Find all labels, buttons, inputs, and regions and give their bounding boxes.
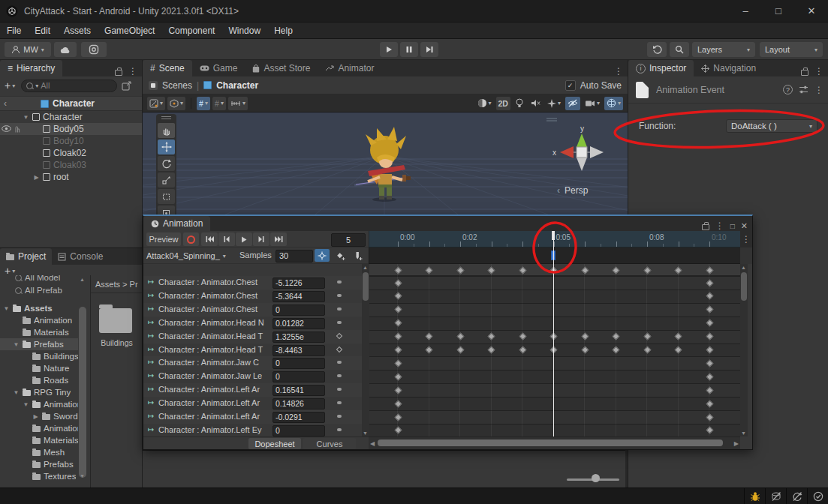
tree-open-icon[interactable]: ▼ xyxy=(23,114,29,121)
tree-open-icon[interactable]: ▼ xyxy=(13,341,20,348)
dopesheet[interactable] xyxy=(369,264,740,436)
dopesheet-row[interactable] xyxy=(369,303,740,316)
tab-inspector[interactable]: i Inspector xyxy=(628,60,694,76)
kebab-menu-icon[interactable]: ⋮ xyxy=(128,66,137,76)
step-button[interactable] xyxy=(420,42,438,57)
project-item-mesh[interactable]: Mesh xyxy=(0,446,78,458)
property-value-field[interactable]: 0 xyxy=(272,425,325,436)
menu-edit[interactable]: Edit xyxy=(28,26,57,36)
playhead-line[interactable] xyxy=(553,231,554,436)
debugger-status-button[interactable] xyxy=(744,488,765,504)
scroll-down-icon[interactable]: ▼ xyxy=(741,430,746,436)
menu-gameobject[interactable]: GameObject xyxy=(98,26,161,36)
pick-window-button[interactable] xyxy=(122,81,131,91)
timeline-h-scrollbar[interactable]: ◀ ▶ xyxy=(369,436,740,449)
layers-dropdown[interactable]: Layers ▾ xyxy=(692,42,755,57)
auto-refresh-status-button[interactable] xyxy=(786,488,807,504)
hierarchy-item-cloak02[interactable]: Cloak02 xyxy=(0,147,142,159)
tab-game[interactable]: Game xyxy=(192,60,245,76)
tab-navigation[interactable]: Navigation xyxy=(694,60,763,76)
function-dropdown[interactable]: DoAttack ( ) ▾ xyxy=(726,119,817,133)
project-item-textures[interactable]: Textures xyxy=(0,470,78,482)
kebab-menu-icon[interactable]: ⋮ xyxy=(715,220,724,231)
favorite-all-prefab[interactable]: All Prefab xyxy=(0,284,78,296)
tree-closed-icon[interactable]: ▶ xyxy=(33,174,40,181)
pause-button[interactable] xyxy=(400,42,418,57)
grid-visibility-button[interactable]: # ▾ xyxy=(197,97,210,110)
progress-status-button[interactable] xyxy=(807,488,828,504)
animated-property-row[interactable]: ↦Character : Animator.Chest0 xyxy=(143,303,362,316)
move-tool-button[interactable] xyxy=(158,140,175,154)
hierarchy-item-cloak03[interactable]: Cloak03 xyxy=(0,159,142,171)
first-key-button[interactable] xyxy=(201,232,218,246)
animated-property-row[interactable]: ↦Character : Animator.Left Ar-0.0291 xyxy=(143,410,362,424)
tree-open-icon[interactable]: ▼ xyxy=(23,401,29,408)
menu-file[interactable]: File xyxy=(0,26,28,36)
add-event-button[interactable] xyxy=(351,249,366,262)
project-item-rpg-tiny[interactable]: ▼RPG Tiny xyxy=(0,386,78,398)
dopesheet-mode-button[interactable]: Dopesheet xyxy=(248,438,301,449)
gizmos-dropdown[interactable]: ▾ xyxy=(604,97,623,110)
favorite-all-model[interactable]: All Model xyxy=(0,275,78,284)
tree-closed-icon[interactable]: ▶ xyxy=(32,413,39,420)
keyframe-toggle[interactable] xyxy=(337,415,342,418)
property-value-field[interactable]: 0.14826 xyxy=(272,398,325,410)
property-value-field[interactable]: -0.0291 xyxy=(272,412,325,423)
dopesheet-row[interactable] xyxy=(369,316,740,330)
scroll-up-icon[interactable]: ▲ xyxy=(363,265,368,270)
property-value-field[interactable]: 0 xyxy=(272,358,325,369)
current-frame-field[interactable]: 5 xyxy=(331,233,366,247)
menu-assets[interactable]: Assets xyxy=(57,26,98,36)
tab-scene[interactable]: # Scene xyxy=(143,60,192,76)
tab-console[interactable]: Console xyxy=(52,248,109,265)
property-value-field[interactable]: -5.1226 xyxy=(272,278,325,289)
keyframe-toggle[interactable] xyxy=(337,308,342,310)
filter-by-selection-button[interactable] xyxy=(315,249,330,262)
menu-component[interactable]: Component xyxy=(161,26,221,36)
shading-mode-dropdown[interactable]: ▾ xyxy=(475,97,494,110)
project-item-sword[interactable]: ▶Sword xyxy=(0,410,78,422)
menu-help[interactable]: Help xyxy=(267,26,300,36)
dopesheet-scrollbar[interactable]: ▲ ▼ xyxy=(740,264,748,436)
tab-animation[interactable]: Animation xyxy=(143,216,210,231)
hierarchy-item-character[interactable]: ▼Character xyxy=(0,111,142,123)
back-icon[interactable]: ‹ xyxy=(0,98,11,109)
camera-overlay-button[interactable]: ▾ xyxy=(583,97,602,110)
create-button[interactable]: + ▾ xyxy=(5,80,15,92)
increment-snap-button[interactable]: # ▾ xyxy=(212,97,226,110)
dopesheet-row[interactable] xyxy=(369,356,740,370)
rect-tool-button[interactable] xyxy=(158,189,175,204)
tab-project[interactable]: Project xyxy=(0,248,52,265)
close-button[interactable]: ✕ xyxy=(795,1,828,22)
hierarchy-item-body10[interactable]: Body10 xyxy=(0,135,142,147)
scale-tool-button[interactable] xyxy=(158,172,175,188)
kebab-menu-icon[interactable]: ⋮ xyxy=(614,66,623,76)
hierarchy-item-body05[interactable]: Body05 xyxy=(0,123,142,135)
project-item-materials[interactable]: Materials xyxy=(0,326,78,338)
scrollbar-thumb[interactable] xyxy=(363,272,369,301)
keyframe-toggle[interactable] xyxy=(337,374,342,377)
timeline-options[interactable]: ⋮ xyxy=(740,231,752,248)
project-item-assets[interactable]: ▼Assets xyxy=(0,302,78,314)
tab-hierarchy[interactable]: ≡ Hierarchy xyxy=(0,60,62,76)
property-value-field[interactable]: 0.16541 xyxy=(272,385,325,396)
dopesheet-row[interactable] xyxy=(369,397,740,410)
breadcrumb-current[interactable]: Character xyxy=(216,80,258,91)
kebab-menu-icon[interactable]: ⋮ xyxy=(814,66,823,76)
search-button[interactable] xyxy=(670,42,689,57)
property-value-field[interactable]: 0 xyxy=(272,371,325,382)
animated-property-row[interactable]: ↦Character : Animator.Chest-5.1226 xyxy=(143,276,362,290)
animated-property-row[interactable]: ↦Character : Animator.Jaw Le0 xyxy=(143,370,362,383)
project-scrollbar[interactable] xyxy=(79,307,86,478)
lock-icon[interactable] xyxy=(801,70,808,76)
project-breadcrumb[interactable]: Assets > Pr xyxy=(91,275,143,293)
samples-field[interactable]: 30 xyxy=(275,250,313,262)
keyframe-toggle[interactable] xyxy=(337,401,342,404)
animated-property-row[interactable]: ↦Character : Animator.Head T-8.4463 xyxy=(143,344,362,357)
keyframe-toggle[interactable] xyxy=(337,388,342,391)
scroll-left-icon[interactable]: ◀ xyxy=(370,440,375,447)
audio-toggle[interactable] xyxy=(528,97,543,110)
dopesheet-row[interactable] xyxy=(369,383,740,397)
kebab-menu-icon[interactable]: ⋮ xyxy=(814,85,823,95)
animated-property-row[interactable]: ↦Character : Animator.Jaw C0 xyxy=(143,356,362,370)
